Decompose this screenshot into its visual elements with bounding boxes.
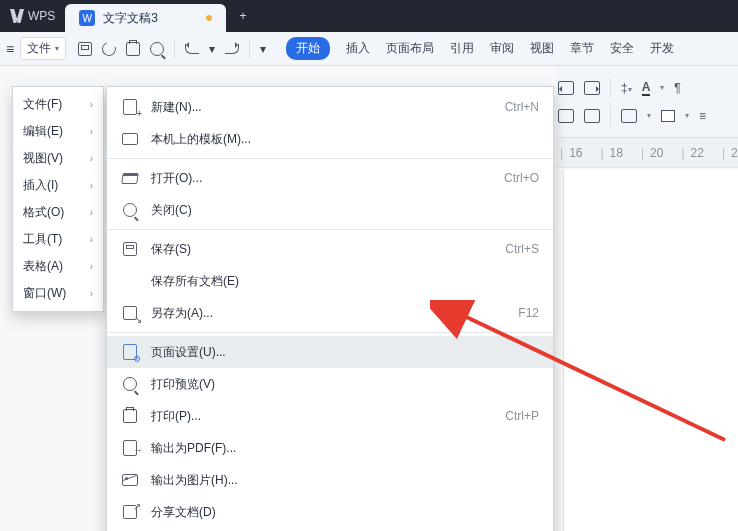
menu-item-label: 编辑(E)	[23, 123, 63, 140]
align-icon[interactable]	[558, 109, 574, 123]
ruler-tick: 24	[722, 146, 738, 160]
save-icon[interactable]	[78, 42, 92, 56]
menu-item-shortcut: Ctrl+S	[505, 242, 539, 256]
file-menu-item[interactable]: 打开(O)...Ctrl+O	[107, 162, 553, 194]
document-tab[interactable]: W 文字文稿3	[65, 4, 226, 32]
file-menu-item[interactable]: 另存为(A)...F12	[107, 297, 553, 329]
save-icon	[121, 240, 139, 258]
paragraph-marks-icon[interactable]: ¶	[674, 81, 680, 95]
quick-access-toolbar: ▾ ▾	[72, 40, 272, 58]
ruler-tick: 16	[560, 146, 582, 160]
ribbon-tab-security[interactable]: 安全	[610, 40, 634, 57]
file-menu-item[interactable]: 保存(S)Ctrl+S	[107, 233, 553, 265]
new-icon	[121, 98, 139, 116]
chevron-right-icon: ›	[90, 207, 93, 218]
menu-insert[interactable]: 插入(I)›	[13, 172, 103, 199]
borders-icon[interactable]	[621, 109, 637, 123]
menu-table[interactable]: 表格(A)›	[13, 253, 103, 280]
chevron-right-icon: ›	[90, 288, 93, 299]
ribbon-tab-chapter[interactable]: 章节	[570, 40, 594, 57]
page-canvas[interactable]	[563, 170, 738, 531]
paragraph-icon[interactable]: ≡	[699, 109, 706, 123]
font-color-a-icon[interactable]: A	[642, 80, 651, 96]
sync-icon[interactable]	[100, 39, 119, 58]
menu-file[interactable]: 文件(F)›	[13, 91, 103, 118]
close-icon	[121, 201, 139, 219]
file-menu-item[interactable]: 打印(P)...Ctrl+P	[107, 400, 553, 432]
tmpl-icon	[121, 130, 139, 148]
undo-icon[interactable]	[185, 44, 199, 54]
chevron-right-icon: ›	[90, 261, 93, 272]
saveas-icon	[121, 304, 139, 322]
file-menu-item[interactable]: 关闭(C)	[107, 194, 553, 226]
chevron-down-icon[interactable]: ▾	[260, 42, 266, 56]
ribbon-tab-review[interactable]: 审阅	[490, 40, 514, 57]
menu-separator	[107, 158, 553, 159]
file-menu-item[interactable]: 输出为图片(H)...	[107, 464, 553, 496]
menu-item-label: 本机上的模板(M)...	[151, 131, 527, 148]
new-tab-button[interactable]: +	[226, 0, 260, 32]
file-menu-item[interactable]: 页面设置(U)...	[107, 336, 553, 368]
pdf-icon	[121, 439, 139, 457]
menu-item-shortcut: Ctrl+O	[504, 171, 539, 185]
separator	[249, 40, 250, 58]
align-icon[interactable]	[584, 109, 600, 123]
hamburger-icon[interactable]: ≡	[6, 41, 14, 57]
page-icon	[121, 343, 139, 361]
menu-item-label: 页面设置(U)...	[151, 344, 527, 361]
ruler-tick: 22	[681, 146, 703, 160]
chevron-right-icon: ›	[90, 99, 93, 110]
file-menu-item[interactable]: 保存所有文档(E)	[107, 265, 553, 297]
ribbon-tab-references[interactable]: 引用	[450, 40, 474, 57]
open-icon	[121, 169, 139, 187]
ribbon-tab-view[interactable]: 视图	[530, 40, 554, 57]
share-icon	[121, 503, 139, 521]
file-submenu: 新建(N)...Ctrl+N本机上的模板(M)...打开(O)...Ctrl+O…	[106, 86, 554, 531]
redo-icon[interactable]	[225, 44, 239, 54]
menu-item-label: 保存所有文档(E)	[151, 273, 527, 290]
separator	[610, 106, 611, 126]
menu-item-label: 打印预览(V)	[151, 376, 527, 393]
menu-item-label: 打印(P)...	[151, 408, 493, 425]
doc-icon: W	[79, 10, 95, 26]
menu-tools[interactable]: 工具(T)›	[13, 226, 103, 253]
chevron-down-icon[interactable]: ▾	[209, 42, 215, 56]
ribbon-tab-insert[interactable]: 插入	[346, 40, 370, 57]
classic-menu-panel: 文件(F)› 编辑(E)› 视图(V)› 插入(I)› 格式(O)› 工具(T)…	[12, 86, 104, 312]
file-menu-item[interactable]: 本机上的模板(M)...	[107, 123, 553, 155]
menu-item-label: 工具(T)	[23, 231, 62, 248]
increase-indent-icon[interactable]	[584, 81, 600, 95]
menu-separator	[107, 332, 553, 333]
print-icon[interactable]	[126, 42, 140, 56]
chevron-right-icon: ›	[90, 234, 93, 245]
file-menu-item[interactable]: 新建(N)...Ctrl+N	[107, 91, 553, 123]
titlebar: WPS W 文字文稿3 +	[0, 0, 738, 32]
menu-edit[interactable]: 编辑(E)›	[13, 118, 103, 145]
menu-window[interactable]: 窗口(W)›	[13, 280, 103, 307]
plus-icon: +	[240, 9, 247, 23]
file-menu-label: 文件	[27, 40, 51, 57]
menu-view[interactable]: 视图(V)›	[13, 145, 103, 172]
file-menu-button[interactable]: 文件 ▾	[20, 37, 66, 60]
separator	[174, 40, 175, 58]
shading-icon[interactable]	[661, 110, 675, 122]
file-menu-item[interactable]: 输出为PDF(F)...	[107, 432, 553, 464]
ribbon-tab-start[interactable]: 开始	[286, 37, 330, 60]
ribbon-tab-dev[interactable]: 开发	[650, 40, 674, 57]
decrease-indent-icon[interactable]	[558, 81, 574, 95]
file-menu-item[interactable]: 分享文档(D)	[107, 496, 553, 528]
print-icon	[121, 407, 139, 425]
print-preview-icon[interactable]	[150, 42, 164, 56]
ribbon-tabs: 开始 插入 页面布局 引用 审阅 视图 章节 安全 开发	[286, 37, 674, 60]
unsaved-dot-icon	[206, 15, 212, 21]
menu-format[interactable]: 格式(O)›	[13, 199, 103, 226]
line-spacing-icon[interactable]: ‡▾	[621, 81, 632, 95]
file-menu-item[interactable]: 打印预览(V)	[107, 368, 553, 400]
chevron-right-icon: ›	[90, 126, 93, 137]
preview-icon	[121, 375, 139, 393]
menu-item-label: 格式(O)	[23, 204, 64, 221]
menu-item-label: 视图(V)	[23, 150, 63, 167]
ribbon-tab-page-layout[interactable]: 页面布局	[386, 40, 434, 57]
app-badge: WPS	[0, 0, 65, 32]
ribbon-commands: ‡▾ A▾ ¶ ▾ ▾ ≡	[556, 66, 738, 138]
